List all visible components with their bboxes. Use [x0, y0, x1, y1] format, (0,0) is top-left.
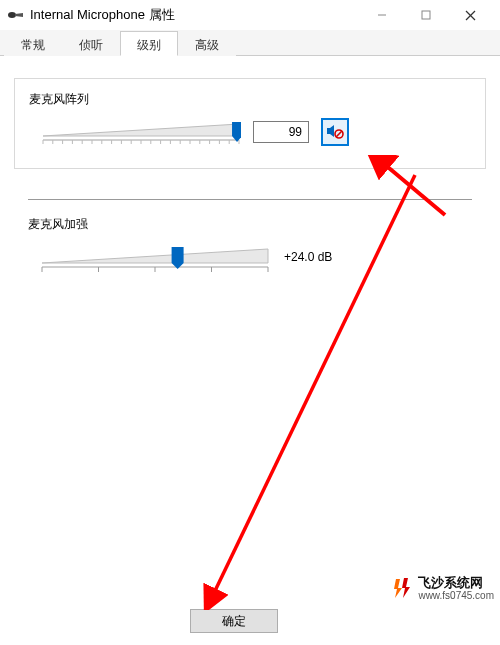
svg-marker-38	[172, 247, 184, 269]
tab-advanced[interactable]: 高级	[178, 31, 236, 56]
svg-point-0	[8, 12, 16, 18]
maximize-button[interactable]	[404, 0, 448, 30]
speaker-muted-icon	[326, 123, 344, 142]
microphone-array-row: 99	[29, 118, 471, 146]
microphone-boost-label: 麦克风加强	[28, 216, 472, 233]
tab-listen[interactable]: 侦听	[62, 31, 120, 56]
microphone-boost-slider[interactable]	[40, 243, 270, 271]
properties-window: Internal Microphone 属性 常规 侦听 级别 高级 麦克风阵列	[0, 0, 500, 645]
svg-rect-2	[422, 11, 430, 19]
microphone-boost-group: 麦克风加强 +24.0 dB	[14, 216, 486, 271]
microphone-array-label: 麦克风阵列	[29, 91, 471, 108]
tab-levels[interactable]: 级别	[120, 31, 178, 56]
watermark-url: www.fs0745.com	[418, 590, 494, 601]
minimize-button[interactable]	[360, 0, 404, 30]
tab-general[interactable]: 常规	[4, 31, 62, 56]
svg-line-30	[336, 131, 341, 136]
close-button[interactable]	[448, 0, 492, 30]
ok-button-label: 确定	[222, 613, 246, 630]
ok-button[interactable]: 确定	[190, 609, 278, 633]
window-controls	[360, 0, 492, 30]
svg-marker-5	[43, 124, 239, 136]
mute-button[interactable]	[321, 118, 349, 146]
watermark-logo-icon	[392, 577, 414, 599]
microphone-boost-row: +24.0 dB	[28, 243, 472, 271]
watermark: 飞沙系统网 www.fs0745.com	[392, 576, 494, 601]
tab-content: 麦克风阵列 99	[0, 56, 500, 293]
microphone-boost-value: +24.0 dB	[282, 246, 338, 268]
svg-marker-31	[42, 249, 268, 263]
tab-bar: 常规 侦听 级别 高级	[0, 30, 500, 56]
microphone-icon	[8, 7, 24, 23]
watermark-title: 飞沙系统网	[418, 576, 494, 590]
microphone-array-group: 麦克风阵列 99	[14, 78, 486, 169]
window-title: Internal Microphone 属性	[30, 6, 360, 24]
titlebar: Internal Microphone 属性	[0, 0, 500, 30]
microphone-array-value[interactable]: 99	[253, 121, 309, 143]
divider	[28, 199, 472, 200]
microphone-array-slider[interactable]	[41, 118, 241, 146]
